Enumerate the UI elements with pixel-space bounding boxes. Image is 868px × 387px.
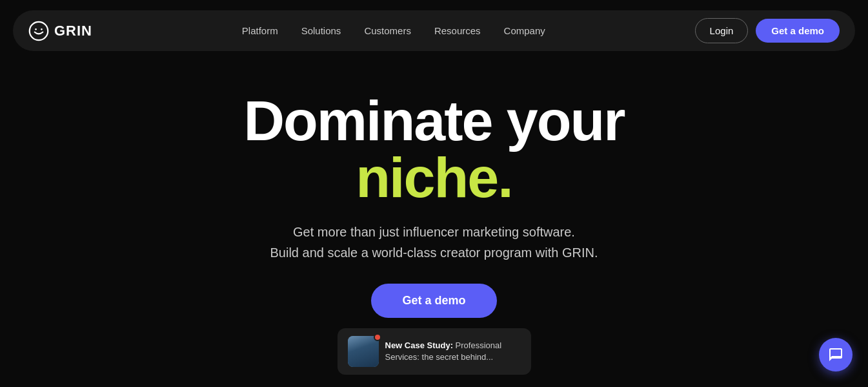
notif-dot [374,333,381,341]
nav-link-company[interactable]: Company [504,25,545,36]
notif-text: New Case Study: Professional Services: t… [385,340,521,363]
nav-link-platform[interactable]: Platform [242,25,278,36]
nav-link-solutions[interactable]: Solutions [301,25,341,36]
nav-links: Platform Solutions Customers Resources C… [242,25,545,37]
hero-subtitle-line1: Get more than just influencer marketing … [293,225,575,239]
chat-button[interactable] [819,338,853,371]
nav-actions: Login Get a demo [695,18,840,43]
hero-title-line1: Dominate your [243,89,624,152]
nav-item-solutions[interactable]: Solutions [301,25,341,37]
logo-text: GRIN [54,23,92,39]
svg-point-2 [41,28,43,30]
nav-item-customers[interactable]: Customers [364,25,411,37]
hero-subtitle: Get more than just influencer marketing … [270,222,598,263]
hero-subtitle-line2: Build and scale a world-class creator pr… [270,246,598,260]
chat-icon [828,347,843,362]
hero-title: Dominate your niche. [243,92,624,206]
get-demo-hero-button[interactable]: Get a demo [371,284,496,318]
notif-avatar-wrapper [348,336,379,367]
svg-point-1 [35,28,37,30]
nav-item-company[interactable]: Company [504,25,545,37]
notif-avatar [348,336,379,367]
logo: GRIN [28,21,92,41]
svg-point-0 [30,21,48,39]
nav-item-resources[interactable]: Resources [434,25,481,37]
notif-bold-label: New Case Study: [385,340,453,350]
nav-item-platform[interactable]: Platform [242,25,278,37]
nav-link-customers[interactable]: Customers [364,25,411,36]
notif-avatar-image [348,336,379,367]
nav-link-resources[interactable]: Resources [434,25,481,36]
hero-title-highlight: niche. [356,145,512,209]
grin-logo-icon [28,21,49,41]
get-demo-nav-button[interactable]: Get a demo [756,19,840,43]
navbar: GRIN Platform Solutions Customers Resour… [13,10,855,51]
login-button[interactable]: Login [695,18,749,43]
hero-section: Dominate your niche. Get more than just … [0,61,868,375]
notification-card[interactable]: New Case Study: Professional Services: t… [338,328,531,375]
